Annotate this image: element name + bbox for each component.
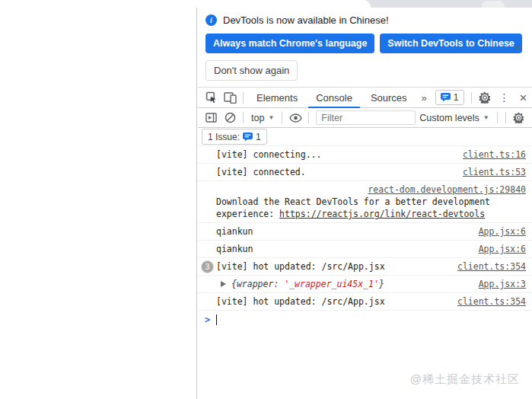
log-text: qiankun bbox=[216, 243, 470, 255]
source-link[interactable]: client.ts:354 bbox=[457, 260, 526, 273]
chevron-down-icon: ▼ bbox=[268, 114, 274, 121]
log-text: [vite] hot updated: /src/App.jsx bbox=[216, 295, 448, 308]
issues-counter-button[interactable]: 1 bbox=[435, 90, 464, 105]
custom-levels-label: Custom levels bbox=[419, 113, 479, 123]
object-string-value: '_wrapper_ui45x_1' bbox=[284, 279, 379, 289]
log-text: [vite] connected. bbox=[216, 166, 454, 178]
divider bbox=[243, 92, 244, 104]
chevron-down-icon: ▼ bbox=[483, 114, 489, 121]
devtools-panel: i DevTools is now available in Chinese! … bbox=[198, 8, 532, 399]
console-prompt[interactable]: > bbox=[198, 311, 532, 329]
custom-levels-dropdown[interactable]: Custom levels ▼ bbox=[416, 113, 492, 123]
source-link[interactable]: react-dom.development.js:29840 bbox=[368, 184, 526, 195]
tab-elements[interactable]: Elements bbox=[249, 88, 305, 108]
language-notification: i DevTools is now available in Chinese! … bbox=[198, 8, 532, 87]
frame-context-selector[interactable]: top ▼ bbox=[247, 113, 278, 123]
issue-bar: 1 Issue: 1 bbox=[198, 128, 532, 146]
match-chrome-language-button[interactable]: Always match Chrome's language bbox=[205, 34, 374, 53]
log-text: qiankun bbox=[216, 225, 470, 238]
console-toolbar: top ▼ Custom levels ▼ bbox=[198, 108, 532, 128]
console-message-row: [vite] hot updated: /src/App.jsx client.… bbox=[198, 293, 532, 311]
issues-count: 1 bbox=[454, 92, 459, 103]
log-text: [vite] connecting... bbox=[216, 148, 454, 161]
expand-triangle-icon[interactable] bbox=[221, 281, 226, 287]
divider bbox=[243, 112, 244, 123]
notification-close-icon[interactable]: × bbox=[514, 41, 521, 53]
console-message-row: [vite] connecting... client.ts:16 bbox=[198, 146, 532, 164]
object-brace: } bbox=[379, 279, 384, 289]
kebab-menu-icon[interactable]: ⋮ bbox=[494, 91, 515, 104]
text-cursor bbox=[216, 314, 217, 325]
page-content-area bbox=[0, 8, 197, 399]
console-message-row: 3 [vite] hot updated: /src/App.jsx clien… bbox=[198, 258, 532, 276]
screenshot-stage: i DevTools is now available in Chinese! … bbox=[0, 0, 532, 399]
settings-gear-icon[interactable] bbox=[476, 88, 494, 107]
issue-label: 1 Issue: bbox=[208, 132, 240, 142]
juejin-watermark: @稀土掘金技术社区 bbox=[410, 372, 520, 387]
source-link[interactable]: client.ts:16 bbox=[463, 148, 526, 161]
source-link[interactable]: App.jsx:6 bbox=[479, 243, 526, 255]
object-key: {wrapper: bbox=[231, 279, 284, 289]
issue-count: 1 bbox=[256, 132, 261, 142]
divider bbox=[308, 112, 309, 123]
repeat-count-badge: 3 bbox=[202, 261, 213, 273]
console-settings-gear-icon[interactable] bbox=[510, 109, 528, 127]
console-message-row: qiankun App.jsx:6 bbox=[198, 241, 532, 258]
device-toolbar-icon[interactable] bbox=[221, 88, 239, 107]
console-message-row: qiankun App.jsx:6 bbox=[198, 223, 532, 241]
browser-active-tab-bottom bbox=[0, 0, 371, 8]
divider bbox=[505, 112, 506, 123]
speech-bubble-icon bbox=[243, 132, 253, 142]
filter-input[interactable] bbox=[316, 110, 416, 125]
devtools-tabbar: Elements Console Sources » 1 ⋮ bbox=[198, 87, 532, 108]
source-link[interactable]: App.jsx:3 bbox=[479, 278, 526, 290]
switch-devtools-chinese-button[interactable]: Switch DevTools to Chinese bbox=[380, 34, 521, 53]
log-text: Download the React DevTools for a better… bbox=[216, 196, 526, 220]
object-preview: {wrapper: '_wrapper_ui45x_1'} bbox=[231, 278, 470, 290]
inspect-element-icon[interactable] bbox=[202, 88, 221, 107]
console-message-row: react-dom.development.js:29840 Download … bbox=[198, 181, 532, 223]
console-log: [vite] connecting... client.ts:16 [vite]… bbox=[198, 146, 532, 329]
console-sidebar-icon[interactable] bbox=[202, 109, 221, 127]
prompt-chevron-icon: > bbox=[205, 314, 210, 325]
tab-sources[interactable]: Sources bbox=[363, 88, 415, 108]
speech-bubble-icon bbox=[441, 93, 451, 102]
tab-console[interactable]: Console bbox=[308, 88, 360, 108]
browser-tab-strip bbox=[0, 0, 532, 8]
frame-selector-value: top bbox=[251, 113, 264, 123]
divider bbox=[497, 112, 498, 123]
divider bbox=[471, 92, 472, 104]
source-link[interactable]: client.ts:53 bbox=[463, 166, 526, 178]
source-link[interactable]: client.ts:354 bbox=[457, 295, 526, 308]
console-message-row: [vite] connected. client.ts:53 bbox=[198, 164, 532, 181]
dont-show-again-button[interactable]: Don't show again bbox=[205, 60, 298, 81]
react-devtools-link[interactable]: https://reactjs.org/link/react-devtools bbox=[279, 209, 485, 219]
more-tabs-icon[interactable]: » bbox=[416, 92, 432, 104]
source-link[interactable]: App.jsx:6 bbox=[479, 225, 526, 238]
eye-icon[interactable] bbox=[286, 109, 304, 127]
info-icon: i bbox=[205, 14, 217, 26]
issue-counter-button[interactable]: 1 Issue: 1 bbox=[202, 129, 267, 145]
browser-avatar-fragment bbox=[482, 1, 505, 8]
clear-console-icon[interactable] bbox=[221, 109, 239, 127]
console-object-row: {wrapper: '_wrapper_ui45x_1'} App.jsx:3 bbox=[198, 276, 532, 293]
log-text: [vite] hot updated: /src/App.jsx bbox=[216, 260, 448, 273]
notification-message: DevTools is now available in Chinese! bbox=[223, 14, 389, 26]
devtools-close-icon[interactable]: × bbox=[515, 91, 532, 104]
divider bbox=[282, 112, 282, 123]
